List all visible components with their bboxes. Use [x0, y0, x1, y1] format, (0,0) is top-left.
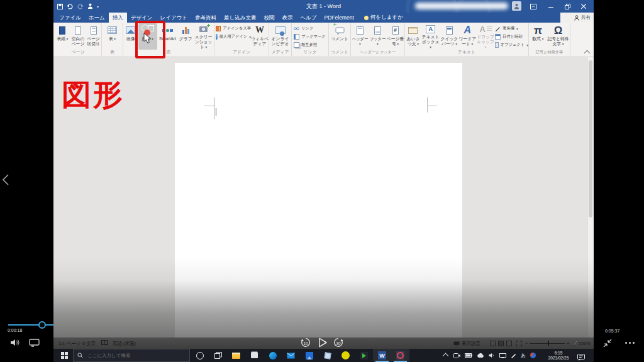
progress-handle[interactable]	[38, 321, 46, 329]
undo-icon[interactable]	[67, 4, 74, 9]
display-settings-button[interactable]: 表示設定	[453, 341, 480, 347]
tray-color-app-icon[interactable]	[530, 353, 536, 358]
text-box-button[interactable]: A テキストボックス	[421, 23, 440, 50]
zoom-slider[interactable]	[530, 343, 565, 344]
signature-line-button[interactable]: 署名欄	[495, 25, 528, 32]
redo-icon[interactable]	[77, 4, 84, 9]
get-addins-button[interactable]: アドインを入手	[216, 25, 251, 32]
quick-parts-button[interactable]: クイックパーツ	[440, 23, 459, 50]
tab-file[interactable]: ファイル	[55, 13, 85, 23]
ribbon-display-options-button[interactable]	[526, 0, 540, 13]
page-count[interactable]: 1/1 ページ	[58, 341, 80, 347]
touch-mode-icon[interactable]	[87, 3, 93, 9]
scrollbar-thumb[interactable]	[589, 60, 592, 217]
yellow-app-button[interactable]	[336, 349, 355, 362]
web-layout-button[interactable]	[506, 341, 512, 346]
document-page[interactable]	[175, 63, 462, 362]
qat-customize-icon[interactable]: ▾	[97, 4, 99, 9]
subtitles-icon[interactable]	[29, 339, 40, 347]
tray-network-icon[interactable]	[499, 353, 506, 358]
tray-pen-icon[interactable]	[511, 353, 516, 358]
microsoft-store-button[interactable]	[245, 349, 264, 362]
tell-me-box[interactable]: 何をしますか	[364, 13, 403, 23]
minimize-button[interactable]	[544, 0, 558, 13]
wikipedia-button[interactable]: W ウィキペディア	[251, 23, 269, 50]
blank-page-button[interactable]: 空白のページ	[70, 23, 86, 50]
tray-video-icon[interactable]	[453, 353, 460, 358]
share-button[interactable]: 共有	[560, 13, 594, 23]
header-button[interactable]: ヘッダー	[352, 23, 369, 50]
symbol-button[interactable]: Ω 記号と特殊文字	[547, 23, 570, 50]
mail-button[interactable]	[282, 349, 300, 362]
greeting-line-button[interactable]: あいさつ文	[405, 23, 421, 50]
edge-button[interactable]	[264, 349, 282, 362]
tab-pdfelement[interactable]: PDFelement	[321, 13, 358, 23]
skip-forward-button[interactable]: 30	[333, 337, 344, 351]
zoom-in-button[interactable]: +	[567, 341, 569, 346]
word-taskbar-button[interactable]: W	[373, 349, 391, 362]
chart-button[interactable]: グラフ	[178, 23, 193, 50]
online-video-button[interactable]: オンラインビデオ	[270, 23, 291, 50]
equation-button[interactable]: π 数式	[530, 23, 547, 50]
taskbar-clock[interactable]: 6:15 2021/02/25	[543, 351, 574, 361]
tab-home[interactable]: ホーム	[85, 13, 109, 23]
task-view-button[interactable]	[209, 349, 227, 362]
object-button[interactable]: オブジェクト	[495, 41, 528, 48]
search-input[interactable]	[86, 352, 183, 359]
date-time-button[interactable]: 日付と時刻	[495, 33, 528, 40]
collapse-ribbon-button[interactable]	[583, 49, 589, 55]
action-center-button[interactable]	[577, 352, 585, 362]
tab-insert[interactable]: 挿入	[109, 13, 127, 23]
zoom-out-button[interactable]: −	[525, 341, 528, 346]
cross-reference-button[interactable]: 相互参照	[294, 41, 328, 48]
tab-mailings[interactable]: 差し込み文書	[220, 13, 260, 23]
tab-review[interactable]: 校閲	[260, 13, 278, 23]
tray-onedrive-icon[interactable]	[477, 353, 484, 358]
table-button[interactable]: 表	[103, 23, 122, 50]
volume-icon[interactable]	[10, 339, 20, 346]
comment-button[interactable]: コメント	[330, 23, 350, 50]
tab-help[interactable]: ヘルプ	[296, 13, 320, 23]
play-button[interactable]	[318, 337, 328, 351]
close-button[interactable]	[577, 0, 591, 13]
ime-mode-indicator[interactable]: あ	[521, 352, 526, 359]
language-indicator[interactable]: 英語 (米国)	[113, 341, 136, 347]
zoom-slider-thumb[interactable]	[548, 341, 549, 346]
print-layout-button[interactable]	[498, 341, 504, 346]
skip-back-button[interactable]: 10	[300, 337, 311, 351]
progress-track[interactable]	[8, 324, 53, 326]
zoom-level[interactable]: 100%	[579, 341, 591, 346]
read-mode-button[interactable]	[490, 341, 496, 346]
viewer-3d-button[interactable]	[318, 349, 336, 362]
footer-button[interactable]: フッター	[369, 23, 387, 50]
char-count[interactable]: 0 文字	[82, 341, 96, 347]
link-button[interactable]: リンク	[294, 25, 328, 32]
tab-references[interactable]: 参考資料	[191, 13, 220, 23]
more-options-icon[interactable]	[625, 342, 635, 344]
exit-fullscreen-icon[interactable]	[602, 338, 613, 348]
bookmark-button[interactable]: ブックマーク	[294, 33, 328, 40]
photos-button[interactable]	[300, 349, 318, 362]
file-explorer-button[interactable]	[227, 349, 245, 362]
start-button[interactable]	[57, 351, 72, 360]
restore-button[interactable]	[560, 0, 574, 13]
chevron-left-icon[interactable]	[2, 173, 9, 186]
page-break-button[interactable]: ページ区切り	[86, 23, 101, 50]
taskbar-overflow-button[interactable]	[443, 354, 448, 358]
avatar[interactable]	[512, 1, 521, 11]
wordart-button[interactable]: A ワードアート	[458, 23, 476, 50]
tray-battery-icon[interactable]	[465, 353, 472, 358]
page-number-button[interactable]: # ページ番号	[387, 23, 404, 50]
recorder-app-button[interactable]	[391, 349, 409, 362]
screenshot-button[interactable]: スクリーンショット	[193, 23, 214, 50]
cover-page-button[interactable]: 表紙	[55, 23, 70, 50]
green-app-button[interactable]	[355, 349, 373, 362]
macro-recorder-icon[interactable]	[516, 341, 522, 346]
tray-volume-icon[interactable]	[489, 353, 495, 358]
my-addins-button[interactable]: 個人用アドイン	[216, 33, 251, 40]
taskbar-search-box[interactable]	[73, 349, 190, 362]
proofing-icon[interactable]	[101, 340, 108, 346]
save-icon[interactable]	[57, 4, 63, 9]
cortana-button[interactable]	[191, 349, 209, 362]
tab-view[interactable]: 表示	[278, 13, 296, 23]
